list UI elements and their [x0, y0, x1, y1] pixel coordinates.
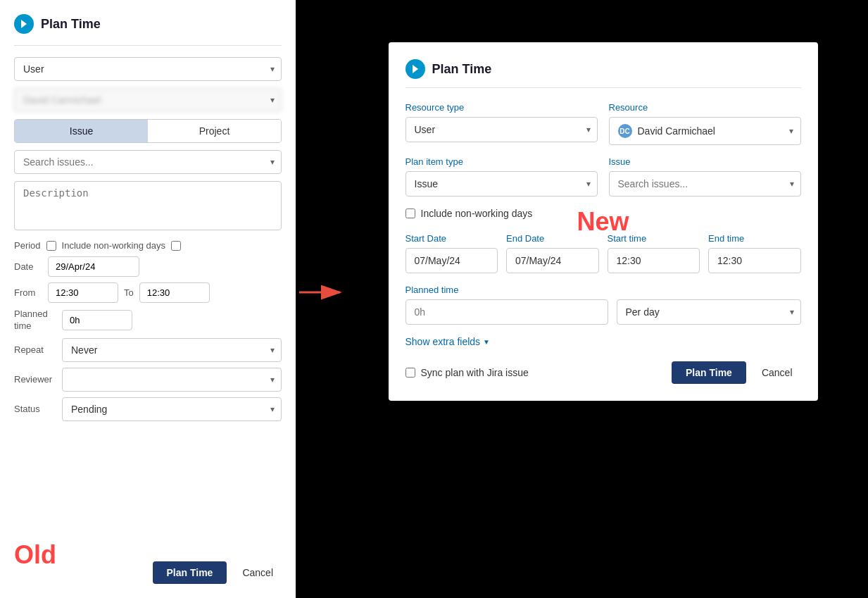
new-start-time-label: Start time: [608, 233, 700, 244]
new-nonworking-checkbox[interactable]: [405, 208, 415, 218]
old-search-field[interactable]: ▾: [14, 150, 282, 174]
new-panel: Plan Time Resource type User ▾ Resource …: [389, 42, 818, 401]
old-panel-header: Plan Time: [14, 14, 282, 34]
show-extra-fields-label: Show extra fields: [405, 336, 481, 347]
svg-marker-3: [413, 65, 418, 73]
svg-marker-0: [21, 20, 27, 28]
new-sync-row: Sync plan with Jira issue: [405, 367, 529, 378]
old-period-label: Period: [14, 240, 41, 251]
chevron-down-icon: ▾: [789, 126, 793, 136]
new-nonworking-row: Include non-working days: [405, 208, 801, 219]
new-issue-col: Issue ▾: [609, 156, 801, 197]
old-issue-toggle-btn[interactable]: Issue: [15, 120, 148, 142]
old-period-checkbox[interactable]: [46, 241, 56, 251]
old-footer-buttons: Plan Time Cancel: [153, 561, 282, 584]
old-reviewer-label: Reviewer: [14, 374, 56, 385]
new-plan-item-type-select-wrapper[interactable]: Issue ▾: [405, 171, 598, 197]
new-resource-type-select[interactable]: User: [405, 117, 598, 142]
new-resource-value: David Carmichael: [638, 125, 715, 137]
plan-time-icon: [14, 14, 34, 34]
new-planned-time-input[interactable]: [405, 299, 608, 325]
new-planned-time-inputs: Per day ▾: [405, 299, 801, 325]
dropdown-arrow-icon: ▾: [270, 157, 275, 167]
old-resource-type-field[interactable]: User ▾: [14, 57, 282, 81]
old-cancel-button[interactable]: Cancel: [234, 561, 282, 584]
old-date-label: Date: [14, 261, 42, 272]
new-plan-item-row: Plan item type Issue ▾ Issue ▾: [405, 156, 801, 197]
new-end-date-col: End Date: [506, 233, 599, 273]
old-repeat-select[interactable]: Never: [62, 338, 282, 362]
dropdown-triangle-icon: ▼: [483, 338, 490, 346]
new-plan-item-type-col: Plan item type Issue ▾: [405, 156, 598, 197]
old-planned-time-input[interactable]: [62, 310, 132, 330]
new-resource-type-select-wrapper[interactable]: User ▾: [405, 117, 598, 142]
old-to-label: To: [124, 287, 134, 298]
old-include-nonworking-label: Include non-working days: [62, 240, 165, 251]
old-resource-input[interactable]: [14, 88, 282, 112]
new-panel-wrapper: Plan Time Resource type User ▾ Resource …: [352, 0, 868, 415]
old-nonworking-checkbox[interactable]: [171, 241, 181, 251]
new-panel-title: Plan Time: [432, 62, 492, 77]
old-panel: Plan Time User ▾ ▾ Issue Project ▾ Perio…: [0, 0, 296, 598]
old-repeat-label: Repeat: [14, 344, 56, 355]
new-issue-search-input[interactable]: [609, 171, 801, 197]
old-resource-type-select[interactable]: User: [14, 57, 282, 81]
new-resource-type-col: Resource type User ▾: [405, 102, 598, 145]
new-plan-item-type-select[interactable]: Issue: [405, 171, 598, 197]
new-start-time-col: Start time: [608, 233, 700, 273]
old-from-label: From: [14, 287, 42, 298]
new-resource-type-label: Resource type: [405, 102, 598, 113]
new-divider: [405, 87, 801, 88]
new-cancel-button[interactable]: Cancel: [753, 361, 801, 384]
old-resource-field[interactable]: ▾: [14, 88, 282, 112]
resource-avatar: DC: [618, 124, 632, 138]
new-start-time-input[interactable]: [608, 248, 700, 273]
new-end-time-label: End time: [708, 233, 801, 244]
old-panel-title: Plan Time: [41, 17, 101, 32]
old-status-label: Status: [14, 404, 56, 414]
old-planned-row: Planned time: [14, 309, 282, 332]
new-sync-checkbox[interactable]: [405, 368, 415, 378]
new-start-date-input[interactable]: [405, 248, 498, 273]
new-nonworking-label: Include non-working days: [421, 208, 533, 219]
new-plan-item-type-label: Plan item type: [405, 156, 598, 167]
old-reviewer-select[interactable]: [62, 368, 282, 392]
arrow-container: [296, 0, 352, 303]
new-resource-col: Resource DC David Carmichael ▾: [609, 102, 801, 145]
new-plan-time-icon: [405, 59, 425, 79]
old-project-toggle-btn[interactable]: Project: [148, 120, 281, 142]
old-date-input[interactable]: [48, 256, 139, 277]
old-plan-time-button[interactable]: Plan Time: [153, 561, 227, 584]
new-per-day-select[interactable]: Per day: [617, 299, 801, 325]
old-planned-time-label: Planned time: [14, 309, 56, 332]
new-sync-label: Sync plan with Jira issue: [421, 367, 529, 378]
new-per-day-wrapper[interactable]: Per day ▾: [617, 299, 801, 325]
new-resource-row: Resource type User ▾ Resource DC David C…: [405, 102, 801, 145]
new-end-time-col: End time: [708, 233, 801, 273]
new-resource-select[interactable]: DC David Carmichael ▾: [609, 117, 801, 145]
old-status-select[interactable]: Pending: [62, 397, 282, 421]
new-planned-time-label: Planned time: [405, 285, 801, 295]
new-end-time-input[interactable]: [708, 248, 801, 273]
old-search-input[interactable]: [14, 150, 282, 174]
old-label: Old: [14, 540, 56, 570]
old-repeat-row: Repeat Never ▾: [14, 338, 282, 362]
new-end-date-input[interactable]: [506, 248, 599, 273]
new-plan-time-button[interactable]: Plan Time: [672, 361, 746, 384]
old-divider: [14, 45, 282, 46]
new-issue-label: Issue: [609, 156, 801, 167]
new-start-date-label: Start Date: [405, 233, 498, 244]
new-footer-buttons: Plan Time Cancel: [672, 361, 800, 384]
new-footer: Sync plan with Jira issue Plan Time Canc…: [405, 361, 801, 384]
old-plan-item-toggle: Issue Project: [14, 119, 282, 143]
old-from-input[interactable]: [48, 282, 118, 303]
show-extra-fields-button[interactable]: Show extra fields ▼: [405, 336, 491, 347]
old-description-input[interactable]: [14, 181, 282, 230]
new-resource-label: Resource: [609, 102, 801, 113]
new-panel-header: Plan Time: [405, 59, 801, 79]
new-dates-row: Start Date End Date Start time End time: [405, 233, 801, 273]
dropdown-arrow-icon: ▾: [790, 179, 794, 189]
new-issue-search-wrapper[interactable]: ▾: [609, 171, 801, 197]
new-start-date-col: Start Date: [405, 233, 498, 273]
old-to-input[interactable]: [139, 282, 210, 303]
